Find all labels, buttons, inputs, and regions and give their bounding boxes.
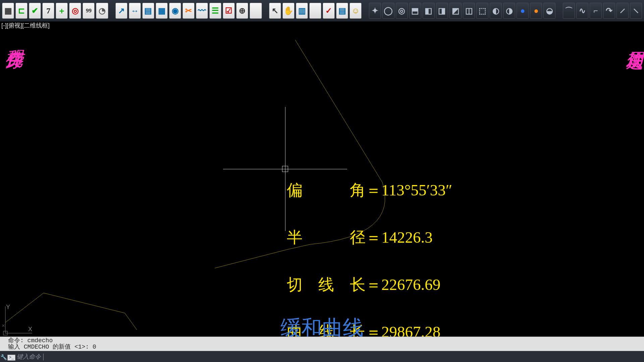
marquee-select-icon[interactable]: ▦: [2, 3, 14, 19]
sphere-render-icon[interactable]: ◒: [543, 3, 555, 19]
box-iso-icon[interactable]: ◩: [449, 3, 462, 19]
width-arrow-icon[interactable]: ↔: [129, 3, 141, 19]
curve-edit-icon[interactable]: 〰: [196, 3, 208, 19]
cursor-arrow-icon[interactable]: ↖: [269, 3, 281, 19]
calculator-icon[interactable]: ▥: [296, 3, 308, 19]
table-list-icon[interactable]: ▤: [336, 3, 348, 19]
param-tangent-length: 切 线 长＝22676.69: [287, 277, 452, 293]
command-history: 命令: cmdecho 输入 CMDECHO 的新值 <1>: 0: [0, 337, 644, 351]
document-icon[interactable]: ▤: [142, 3, 154, 19]
orbit-view-icon[interactable]: ◯: [382, 3, 394, 19]
param-deflection-angle: 偏 角＝113°55′33″: [287, 182, 452, 198]
box-top-icon[interactable]: ⬒: [409, 3, 421, 19]
angle-fan-icon[interactable]: ◔: [96, 3, 108, 19]
toggle-check-icon[interactable]: ✔: [29, 3, 41, 19]
arc-tangent-icon[interactable]: ↷: [603, 3, 615, 19]
eye-view-icon[interactable]: ◉: [169, 3, 181, 19]
box-front-icon[interactable]: ◧: [423, 3, 435, 19]
svg-line-5: [125, 313, 137, 330]
cube-2d-icon[interactable]: ◫: [463, 3, 475, 19]
dim-99-icon[interactable]: 99: [83, 3, 95, 19]
command-prompt-icon[interactable]: >_: [7, 355, 15, 361]
shade-hidden-icon[interactable]: ◑: [503, 3, 515, 19]
scissors-cut-icon[interactable]: ✂: [182, 3, 195, 19]
grid-table-icon[interactable]: ▦: [156, 3, 168, 19]
arc-end-icon[interactable]: ⟍: [630, 3, 642, 19]
figure-title: 缓和曲线: [280, 314, 364, 339]
arc-corner-icon[interactable]: ⌐: [590, 3, 602, 19]
layers-stack-icon[interactable]: ☰: [209, 3, 221, 19]
blank-a-icon[interactable]: [250, 3, 262, 19]
check-list-icon[interactable]: ☑: [223, 3, 235, 19]
ucs-x-label: X: [28, 326, 32, 333]
cube-3d-icon[interactable]: ⬚: [476, 3, 488, 19]
properties-red-icon[interactable]: ✓: [323, 3, 335, 19]
command-history-line: 命令: cmdecho: [8, 338, 641, 344]
ucs-y-label: Y: [6, 304, 10, 310]
svg-line-3: [5, 293, 44, 322]
sphere-orange-icon[interactable]: ●: [530, 3, 542, 19]
target-origin-icon[interactable]: ◎: [69, 3, 81, 19]
arc-seg-icon[interactable]: ⟋: [616, 3, 629, 19]
hand-pan-icon[interactable]: ✋: [282, 3, 294, 19]
calendar-7-icon[interactable]: 7: [42, 3, 54, 19]
svg-line-4: [44, 293, 125, 313]
curve-params-main: 偏 角＝113°55′33″ 半 径＝14226.3 切 线 长＝22676.6…: [287, 151, 452, 339]
shade-wire-icon[interactable]: ◐: [490, 3, 502, 19]
command-input[interactable]: 🔧 >_ 键入命令: [0, 351, 644, 362]
command-panel: × 命令: cmdecho 输入 CMDECHO 的新值 <1>: 0 🔧 >_…: [0, 337, 644, 362]
drawing-canvas[interactable]: X Y 免费程序 欢迎使用 偏 角＝113°55′33″ 半 径＝14226.3…: [0, 21, 644, 339]
param-radius: 半 径＝14226.3: [287, 230, 452, 245]
blank-b-icon[interactable]: [309, 3, 321, 19]
box-side-icon[interactable]: ◨: [436, 3, 448, 19]
smiley-icon[interactable]: ☺: [350, 3, 362, 19]
add-plus-icon[interactable]: ＋: [56, 3, 68, 19]
settings-icon[interactable]: 🔧: [0, 354, 7, 361]
arc-cont-icon[interactable]: ∿: [576, 3, 588, 19]
orbit-zoom-icon[interactable]: ◎: [396, 3, 408, 19]
chart-up-icon[interactable]: ↗: [115, 3, 127, 19]
command-placeholder: 键入命令: [17, 354, 45, 360]
main-toolbar: ▦⊏✔7＋◎99◔↗↔▤▦◉✂〰☰☑⊕ ↖✋▥ ✓▤☺✦◯◎⬒◧◨◩◫⬚◐◑●●…: [0, 0, 644, 21]
zoom-crosshair-icon[interactable]: ⊕: [236, 3, 248, 19]
arc-line-icon[interactable]: ⌒: [563, 3, 575, 19]
ucs-axis-icon[interactable]: ✦: [369, 3, 381, 19]
command-history-line: 输入 CMDECHO 的新值 <1>: 0: [8, 344, 641, 350]
road-curve-icon[interactable]: ⊏: [15, 3, 28, 19]
sphere-blue-icon[interactable]: ●: [517, 3, 529, 19]
svg-line-2: [215, 249, 288, 268]
close-icon[interactable]: ×: [1, 323, 6, 328]
